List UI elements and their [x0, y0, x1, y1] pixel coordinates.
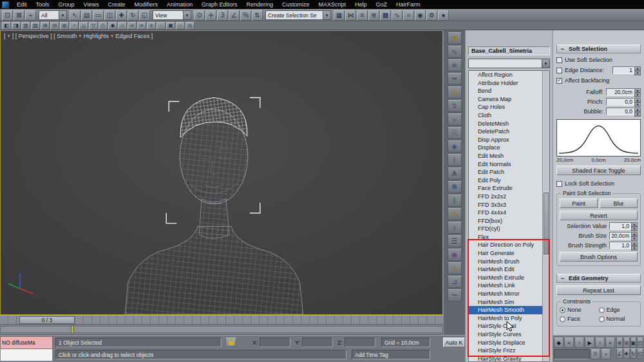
pan-icon[interactable]: ✚ — [623, 348, 630, 359]
modifier-list-item[interactable]: HairMesh Edit — [469, 265, 542, 274]
hairfarm-tool-icon[interactable]: ◈ — [448, 140, 462, 153]
paint-button[interactable]: Paint — [560, 198, 598, 208]
brush-options-button[interactable]: Brush Options — [560, 252, 638, 262]
bind-to-spacewarp-icon[interactable]: ⌁ — [25, 10, 36, 21]
hairfarm-tool-icon[interactable]: ≈ — [448, 113, 462, 126]
hairfarm-tool-icon[interactable]: ✂ — [448, 73, 462, 85]
secondary-tool-icon[interactable]: ▫ — [156, 22, 166, 30]
unlink-selection-icon[interactable]: ⊠ — [14, 10, 24, 21]
modifier-list-item[interactable]: HairStyle Curves — [469, 330, 542, 339]
perspective-viewport[interactable]: [ + ] [ Perspective ] [ Smooth + Highlig… — [0, 30, 443, 315]
lock-soft-selection-checkbox[interactable] — [556, 181, 562, 187]
chevron-down-icon[interactable]: ▼ — [183, 11, 191, 19]
modifier-list-item[interactable]: Face Extrude — [469, 184, 542, 193]
spinner-value[interactable]: 1,0 — [609, 242, 631, 249]
field-of-view-icon[interactable]: ∠ — [616, 348, 623, 359]
track-bar-key-marker[interactable] — [71, 325, 74, 334]
modifier-list-item[interactable]: FFD(cyl) — [469, 225, 542, 233]
secondary-tool-icon[interactable]: ▣ — [166, 22, 175, 30]
auto-key-button[interactable]: Auto K — [443, 338, 465, 347]
menu-item[interactable]: GoZ — [372, 1, 392, 8]
snap-toggle-3d-icon[interactable]: 3 — [217, 10, 228, 21]
zoom-extents-icon[interactable]: ▣ — [630, 338, 637, 348]
selection-filter-combo[interactable]: All ▼ — [39, 10, 67, 20]
spinner-up-icon[interactable]: ▲ — [631, 222, 638, 227]
curve-editor-icon[interactable]: ∿ — [392, 10, 402, 21]
maxscript-mini-listener[interactable]: NO diffuseMa — [0, 336, 53, 362]
spinner-snap-icon[interactable]: ⇅ — [252, 10, 263, 21]
secondary-tool-icon[interactable]: △ — [79, 22, 88, 30]
use-pivot-center-icon[interactable]: ⊙ — [194, 10, 205, 21]
hairfarm-tool-icon[interactable]: ⋔ — [448, 167, 462, 180]
modifier-list-item[interactable]: FFD(box) — [469, 217, 542, 225]
secondary-tool-icon[interactable]: ◨ — [12, 22, 21, 30]
spinner-up-icon[interactable]: ▲ — [634, 88, 641, 93]
modifier-list-item[interactable]: Cap Holes — [469, 103, 542, 111]
constraint-radio[interactable]: Face — [560, 316, 599, 322]
selection-lock-toggle[interactable] — [225, 338, 236, 347]
soft-selection-rollout-header[interactable]: − Soft Selection — [556, 44, 641, 53]
spinner-up-icon[interactable]: ▲ — [631, 232, 638, 236]
z-coordinate-field[interactable] — [345, 338, 375, 347]
layer-manager-icon[interactable]: ≣ — [368, 10, 379, 21]
spinner-value[interactable]: 20,0cm — [609, 232, 631, 240]
spinner-value[interactable]: 1,0 — [609, 222, 631, 230]
hairfarm-tool-icon[interactable]: ≀ — [448, 222, 462, 234]
menu-item[interactable]: Group — [54, 1, 79, 8]
viewport-canvas[interactable] — [1, 31, 442, 314]
modifier-list-item[interactable]: HairMesh Extrude — [469, 274, 542, 282]
time-config-icon[interactable]: ◔ — [601, 349, 611, 359]
spinner-value[interactable]: 20,0cm — [606, 88, 634, 96]
modifier-list-item[interactable]: HairMesh Sim — [469, 298, 542, 307]
spinner-down-icon[interactable]: ▼ — [631, 227, 638, 231]
modifier-list-item[interactable]: DeletePatch — [469, 128, 542, 136]
select-and-scale-icon[interactable]: ◱ — [139, 10, 150, 21]
select-object-icon[interactable]: ↖ — [70, 10, 80, 21]
menu-item[interactable]: Animation — [162, 1, 197, 8]
zoom-icon[interactable]: ⊕ — [616, 338, 623, 348]
secondary-tool-icon[interactable]: ≍ — [137, 22, 146, 30]
modifier-list-item[interactable]: HairMesh Link — [469, 281, 542, 290]
menu-item[interactable]: Tools — [32, 1, 54, 8]
chevron-down-icon[interactable]: ▼ — [542, 59, 549, 68]
app-logo-icon[interactable] — [2, 1, 9, 8]
constraint-radio[interactable]: None — [560, 307, 599, 313]
hairfarm-tool-icon[interactable]: ⌇ — [448, 154, 462, 166]
modifier-list-item[interactable]: Displace — [469, 144, 542, 152]
modifier-list-item[interactable]: Bend — [469, 87, 542, 95]
modifier-list-item[interactable]: HairStyle Gravity — [469, 355, 542, 362]
secondary-tool-icon[interactable]: ▽ — [89, 22, 98, 30]
menu-item[interactable]: Edit — [12, 1, 32, 8]
constraint-radio[interactable]: Edge — [599, 307, 638, 313]
modifier-list-item[interactable]: HairMesh to Poly — [469, 314, 542, 323]
edit-geometry-rollout-header[interactable]: − Edit Geometry — [556, 274, 641, 283]
current-time-field[interactable] — [554, 349, 590, 359]
modifier-list-item[interactable]: Disp Approx — [469, 136, 542, 144]
spinner-down-icon[interactable]: ▼ — [634, 71, 641, 75]
named-selection-sets-combo[interactable]: Create Selection Se ▼ — [265, 10, 331, 20]
chevron-down-icon[interactable]: ▼ — [323, 11, 330, 19]
secondary-tool-icon[interactable]: ▨ — [31, 22, 40, 30]
zoom-all-icon[interactable]: ⊞ — [623, 338, 630, 348]
select-by-name-icon[interactable]: ▤ — [81, 10, 92, 21]
hairfarm-tool-icon[interactable]: ⁂ — [448, 208, 462, 220]
object-name-field[interactable]: Base_Cabell_Simetria — [468, 46, 550, 55]
zoom-extents-all-icon[interactable]: ◰ — [637, 338, 643, 348]
window-crossing-icon[interactable]: ◫ — [104, 10, 115, 21]
menu-item[interactable]: Modifiers — [129, 1, 162, 8]
render-setup-icon[interactable]: ⚙ — [426, 10, 437, 21]
secondary-tool-icon[interactable]: ◔ — [70, 22, 79, 30]
listener-line[interactable] — [0, 349, 53, 361]
edge-distance-checkbox[interactable] — [556, 68, 562, 73]
collapse-icon[interactable]: − — [560, 275, 565, 281]
secondary-tool-icon[interactable]: ○ — [176, 22, 185, 30]
hairfarm-tool-icon[interactable]: ≋ — [448, 59, 462, 71]
macro-recorder-line[interactable]: NO diffuseMa — [0, 336, 53, 349]
schematic-view-icon[interactable]: ⌗ — [403, 10, 414, 21]
next-frame-icon[interactable]: › — [595, 338, 605, 348]
add-time-tag-field[interactable]: Add Time Tag — [352, 350, 430, 359]
modifier-list-item[interactable]: HairStyle Clust — [469, 322, 542, 330]
blur-button[interactable]: Blur — [600, 198, 638, 208]
secondary-tool-icon[interactable]: ⌂ — [118, 22, 127, 30]
hairfarm-tool-icon[interactable]: ✚ — [448, 32, 462, 44]
